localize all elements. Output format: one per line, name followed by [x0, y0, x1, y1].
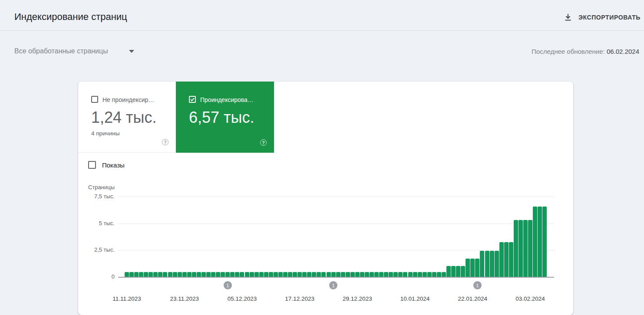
chart-bar[interactable]	[158, 272, 162, 277]
chart-bar[interactable]	[470, 259, 475, 277]
chart-bar[interactable]	[437, 272, 441, 277]
chart-bar[interactable]	[182, 272, 187, 277]
chart-bar[interactable]	[225, 272, 230, 277]
event-marker[interactable]: 1	[473, 281, 482, 289]
chart-bar[interactable]	[197, 272, 201, 277]
chart-bar[interactable]	[533, 207, 537, 277]
chart-bar[interactable]	[432, 272, 436, 277]
chart-bar[interactable]	[201, 272, 206, 277]
chart-bar[interactable]	[283, 272, 287, 277]
chart-bar[interactable]	[538, 207, 542, 277]
chart-bar[interactable]	[495, 251, 499, 277]
chart-bar[interactable]	[321, 272, 326, 277]
last-update-label: Последнее обновление:	[532, 48, 605, 55]
chart-bar[interactable]	[129, 272, 134, 277]
chart-bar[interactable]	[485, 251, 489, 277]
chart-bar[interactable]	[393, 272, 398, 277]
chart-bar[interactable]	[269, 272, 273, 277]
chart-bar[interactable]	[168, 272, 172, 277]
y-axis-tick-label: 5 тыс.	[78, 220, 115, 226]
chart-bar[interactable]	[139, 272, 143, 277]
chart-bar[interactable]	[221, 272, 225, 277]
chart-bar[interactable]	[336, 272, 340, 277]
chart-bar[interactable]	[278, 272, 283, 277]
chart-bar[interactable]	[466, 259, 470, 277]
chart-bar[interactable]	[446, 266, 451, 277]
chart-bar[interactable]	[542, 207, 547, 277]
chart-bar[interactable]	[264, 272, 268, 277]
chart-bar[interactable]	[427, 272, 432, 277]
chart-bar[interactable]	[461, 266, 465, 277]
chart-bar[interactable]	[374, 272, 379, 277]
chart-bar[interactable]	[418, 272, 422, 277]
chart-bar[interactable]	[331, 272, 336, 277]
chart-bar[interactable]	[211, 272, 215, 277]
chart-bar[interactable]	[475, 259, 479, 277]
event-marker[interactable]: 1	[224, 281, 232, 289]
chart-bar[interactable]	[144, 272, 148, 277]
chart-bar[interactable]	[350, 272, 355, 277]
chart-bar[interactable]	[327, 272, 331, 277]
chart-bar[interactable]	[235, 272, 239, 277]
chart-bar[interactable]	[519, 220, 523, 277]
event-marker[interactable]: 1	[329, 281, 337, 289]
chart-bar[interactable]	[293, 272, 297, 277]
chart-bar[interactable]	[245, 272, 249, 277]
chart-bar[interactable]	[125, 272, 129, 277]
chart-bar[interactable]	[480, 251, 484, 277]
chart-bar[interactable]	[163, 272, 167, 277]
export-button[interactable]: ЭКСПОРТИРОВАТЬ	[561, 11, 643, 23]
chart-bar[interactable]	[187, 272, 192, 277]
chart-bar[interactable]	[365, 272, 369, 277]
chart-bar[interactable]	[173, 272, 177, 277]
chart-bar[interactable]	[302, 272, 307, 277]
chart-bar[interactable]	[451, 266, 456, 277]
chart-bar[interactable]	[216, 272, 220, 277]
chart-bar[interactable]	[504, 242, 509, 277]
chart-bar[interactable]	[341, 272, 345, 277]
chart-bar[interactable]	[317, 272, 321, 277]
chart-bar[interactable]	[408, 272, 413, 277]
chart-bar[interactable]	[288, 272, 292, 277]
chart-bar[interactable]	[389, 272, 393, 277]
chart-bar[interactable]	[423, 272, 427, 277]
page-filter-dropdown[interactable]: Все обработанные страницы	[14, 47, 134, 55]
chart-bar[interactable]	[514, 220, 518, 277]
chart-bar[interactable]	[206, 272, 211, 277]
chart-bar[interactable]	[178, 272, 182, 277]
chart-bar[interactable]	[403, 272, 407, 277]
chart-bar[interactable]	[384, 272, 388, 277]
export-button-label: ЭКСПОРТИРОВАТЬ	[578, 14, 641, 21]
chart-bar[interactable]	[149, 272, 153, 277]
chart-bar[interactable]	[379, 272, 383, 277]
x-axis-tick-label: 03.02.2024	[502, 295, 559, 302]
chart-bar[interactable]	[259, 272, 264, 277]
chart-bar[interactable]	[153, 272, 158, 277]
chart-bar[interactable]	[230, 272, 234, 277]
chart-bar[interactable]	[398, 272, 403, 277]
chart-bar[interactable]	[360, 272, 364, 277]
chart-bar[interactable]	[528, 220, 532, 277]
chart-bar[interactable]	[370, 272, 374, 277]
chart-bar[interactable]	[442, 272, 446, 277]
chart-bar[interactable]	[413, 272, 417, 277]
chart-bar[interactable]	[274, 272, 278, 277]
chart-bar[interactable]	[509, 242, 513, 277]
chart-bar[interactable]	[456, 266, 460, 277]
chart-bar[interactable]	[312, 272, 316, 277]
x-axis-tick-label: 10.01.2024	[386, 295, 444, 302]
chart-bar[interactable]	[250, 272, 254, 277]
chart-bar[interactable]	[490, 251, 494, 277]
chart-bar[interactable]	[355, 272, 360, 277]
chart-bar[interactable]	[523, 220, 528, 277]
chart-bar[interactable]	[499, 242, 504, 277]
chart-bar[interactable]	[297, 272, 302, 277]
chart-bar[interactable]	[254, 272, 259, 277]
chart-bar[interactable]	[240, 272, 244, 277]
chart-bar[interactable]	[134, 272, 139, 277]
chart-bar[interactable]	[307, 272, 311, 277]
chart-bar[interactable]	[192, 272, 196, 277]
chart-bar[interactable]	[346, 272, 350, 277]
page-filter-label: Все обработанные страницы	[14, 47, 108, 55]
y-axis-tick-label: 7,5 тыс.	[78, 193, 115, 200]
